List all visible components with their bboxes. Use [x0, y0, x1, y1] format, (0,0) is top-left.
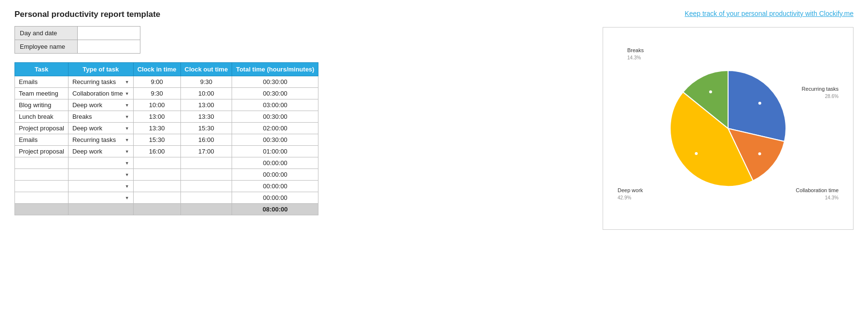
task-cell [15, 181, 69, 192]
label-breaks: Breaks 14.3% [627, 46, 644, 61]
info-row-date: Day and date [15, 27, 140, 40]
day-date-label: Day and date [15, 27, 78, 40]
task-cell: Project proposal [15, 146, 69, 157]
clockify-link[interactable]: Keep track of your personal productivity… [685, 10, 854, 17]
svg-point-1 [758, 153, 761, 155]
clock-out-cell: 10:00 [180, 88, 232, 99]
table-row: ▼00:00:00 [15, 169, 318, 181]
total-cell: 00:00:00 [232, 169, 318, 181]
label-collaboration: Collaboration time 14.3% [796, 186, 839, 201]
table-row: Project proposalDeep work▼16:0017:0001:0… [15, 146, 318, 157]
task-cell [15, 169, 69, 181]
label-recurring: Recurring tasks 28.6% [802, 85, 839, 99]
table-row: ▼00:00:00 [15, 181, 318, 192]
total-cell: 02:00:00 [232, 123, 318, 134]
clock-out-cell [180, 181, 232, 192]
dropdown-arrow[interactable]: ▼ [125, 91, 129, 96]
info-table: Day and date Employee name [14, 26, 140, 54]
dropdown-arrow[interactable]: ▼ [125, 114, 129, 119]
clock-in-cell: 13:00 [133, 111, 180, 123]
total-cell: 00:00:00 [232, 157, 318, 169]
clock-in-cell: 15:30 [133, 134, 180, 146]
dropdown-arrow[interactable]: ▼ [125, 80, 129, 84]
clock-out-cell [180, 192, 232, 204]
table-row: Team meetingCollaboration time▼9:3010:00… [15, 88, 318, 99]
clock-out-cell: 16:00 [180, 134, 232, 146]
table-row: ▼00:00:00 [15, 157, 318, 169]
clock-in-cell [133, 181, 180, 192]
type-cell: Recurring tasks▼ [68, 134, 133, 146]
total-cell: 00:00:00 [232, 192, 318, 204]
total-cell: 03:00:00 [232, 99, 318, 111]
dropdown-arrow[interactable]: ▼ [125, 126, 129, 131]
total-cell: 01:00:00 [232, 146, 318, 157]
col-clock-in: Clock in time [133, 63, 180, 76]
dropdown-arrow[interactable]: ▼ [125, 149, 129, 154]
task-cell: Project proposal [15, 123, 69, 134]
dropdown-arrow[interactable]: ▼ [125, 138, 129, 142]
chart-area: Breaks 14.3% Recurring tasks 28.6% Colla… [618, 42, 839, 215]
task-cell: Lunch break [15, 111, 69, 123]
table-row: EmailsRecurring tasks▼15:3016:0000:30:00 [15, 134, 318, 146]
clock-out-cell: 13:30 [180, 111, 232, 123]
type-cell: ▼ [68, 169, 133, 181]
clock-in-cell [133, 157, 180, 169]
employee-name-value[interactable] [78, 40, 140, 54]
type-cell: ▼ [68, 181, 133, 192]
col-task: Task [15, 63, 69, 76]
type-cell: ▼ [68, 192, 133, 204]
table-row: Blog writingDeep work▼10:0013:0003:00:00 [15, 99, 318, 111]
left-section: Personal productivity report template Da… [14, 10, 318, 215]
dropdown-arrow[interactable]: ▼ [125, 184, 129, 189]
table-row: Project proposalDeep work▼13:3015:3002:0… [15, 123, 318, 134]
task-cell: Emails [15, 134, 69, 146]
grand-total-value: 08:00:00 [232, 204, 318, 215]
chart-container: Breaks 14.3% Recurring tasks 28.6% Colla… [603, 27, 854, 230]
clock-out-cell: 9:30 [180, 76, 232, 88]
col-clock-out: Clock out time [180, 63, 232, 76]
table-row: Lunch breakBreaks▼13:0013:3000:30:00 [15, 111, 318, 123]
svg-point-2 [695, 152, 698, 155]
task-cell: Team meeting [15, 88, 69, 99]
clock-out-cell [180, 169, 232, 181]
clock-in-cell: 9:30 [133, 88, 180, 99]
type-cell: Deep work▼ [68, 146, 133, 157]
svg-point-3 [709, 90, 712, 93]
clock-out-cell [180, 157, 232, 169]
task-cell: Emails [15, 76, 69, 88]
type-cell: Breaks▼ [68, 111, 133, 123]
day-date-value[interactable] [78, 27, 140, 40]
col-total: Total time (hours/minutes) [232, 63, 318, 76]
table-row: EmailsRecurring tasks▼9:009:3000:30:00 [15, 76, 318, 88]
dropdown-arrow[interactable]: ▼ [125, 196, 129, 200]
clock-out-cell: 13:00 [180, 99, 232, 111]
dropdown-arrow[interactable]: ▼ [125, 103, 129, 108]
total-cell: 00:30:00 [232, 111, 318, 123]
clock-out-cell: 17:00 [180, 146, 232, 157]
task-cell: Blog writing [15, 99, 69, 111]
grand-total-row: 08:00:00 [15, 204, 318, 215]
pie-chart [665, 66, 791, 191]
task-cell [15, 192, 69, 204]
total-cell: 00:30:00 [232, 88, 318, 99]
table-row: ▼00:00:00 [15, 192, 318, 204]
task-cell [15, 157, 69, 169]
type-cell: Recurring tasks▼ [68, 76, 133, 88]
clock-in-cell [133, 192, 180, 204]
dropdown-arrow[interactable]: ▼ [125, 172, 129, 177]
type-cell: ▼ [68, 157, 133, 169]
col-type: Type of task [68, 63, 133, 76]
svg-point-0 [758, 102, 761, 105]
employee-name-label: Employee name [15, 40, 78, 54]
type-cell: Deep work▼ [68, 99, 133, 111]
clock-out-cell: 15:30 [180, 123, 232, 134]
clock-in-cell: 10:00 [133, 99, 180, 111]
total-cell: 00:30:00 [232, 76, 318, 88]
table-header-row: Task Type of task Clock in time Clock ou… [15, 63, 318, 76]
type-cell: Deep work▼ [68, 123, 133, 134]
right-section: Keep track of your personal productivity… [338, 10, 854, 230]
dropdown-arrow[interactable]: ▼ [125, 161, 129, 166]
total-cell: 00:30:00 [232, 134, 318, 146]
clock-in-cell: 9:00 [133, 76, 180, 88]
page-title: Personal productivity report template [14, 10, 318, 19]
